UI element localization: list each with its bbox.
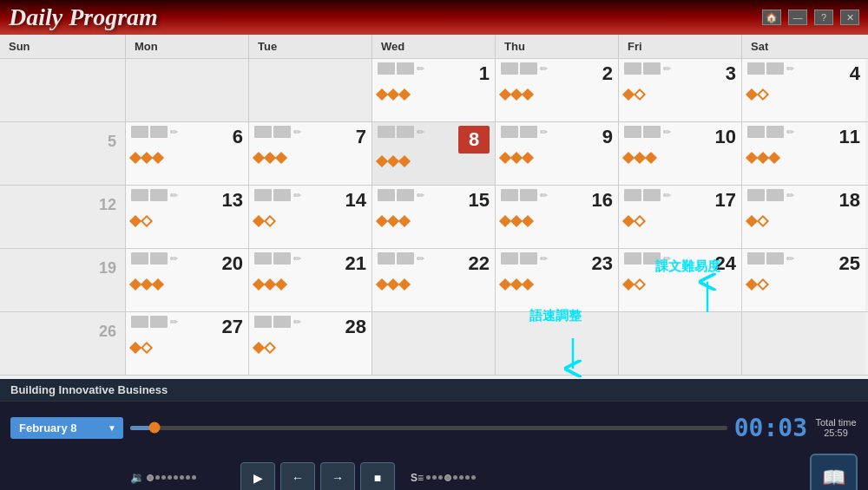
home-button[interactable]: 🏠 [762,10,781,25]
mini-icons-8: ✏ [378,126,424,138]
day-num-13: 13 [222,189,243,212]
mini-icons-10: ✏ [624,126,671,138]
minimize-button[interactable]: — [788,10,807,25]
day-cell-empty-mon1[interactable] [126,59,249,121]
pencil-icon-4: ✏ [786,63,794,75]
diamonds-9 [501,154,613,162]
book-button[interactable]: 📖 [810,454,858,490]
day-cell-8-today[interactable]: ✏ 8 [372,122,496,185]
total-time-value: 25:59 [814,428,858,438]
diamonds-10 [624,154,736,162]
day-cell-9[interactable]: ✏ 9 [496,122,619,185]
progress-area[interactable] [130,426,727,430]
diamonds-11 [747,154,860,162]
day-cell-17[interactable]: ✏ 17 [619,186,742,248]
thumb-6a [131,126,148,138]
mini-icons-11: ✏ [747,126,794,138]
week-num-5: 5 [5,126,120,158]
day-num-7: 7 [356,126,366,148]
day-cell-23[interactable]: ✏ 23 [496,249,619,311]
day-cell-18[interactable]: ✏ 18 [742,186,865,248]
day-cell-11[interactable]: ✏ 11 [742,122,865,185]
day-cell-sun5[interactable]: 26 [0,312,126,375]
day-cell-sun4[interactable]: 19 [0,249,126,311]
day-cell-24[interactable]: ✏ 24 [619,249,742,311]
thumb-icon-1b [397,62,414,75]
pencil-icon-1: ✏ [417,63,424,75]
thumb-icon-3b [643,62,661,75]
day-num-22: 22 [469,252,490,275]
mini-icons-7: ✏ [254,126,301,138]
next-button[interactable]: → [320,462,355,491]
mini-icons-3: ✏ [624,62,671,75]
diamonds-3 [624,90,736,99]
title-bar: Daily Program 🏠 — ? ✕ [0,0,868,35]
pencil-7: ✏ [293,127,301,138]
thumb-icon-2b [520,62,537,75]
day-cell-6[interactable]: ✏ 6 [126,122,249,185]
date-select-wrapper[interactable]: February 8 [10,417,123,439]
day-cell-empty-sun1[interactable] [0,59,126,121]
day-cell-14[interactable]: ✏ 14 [249,186,372,248]
day-cell-20[interactable]: ✏ 20 [126,249,249,311]
day-cell-empty-tue1[interactable] [249,59,372,121]
day-cell-2[interactable]: ✏ 2 [496,59,619,121]
week-num-12: 12 [5,189,120,221]
diamonds-7 [254,154,366,162]
day-headers: Sun Mon Tue Wed Thu Fri Sat [0,35,868,59]
day-num-11: 11 [839,126,860,148]
day-cell-13[interactable]: ✏ 13 [126,186,249,248]
header-thu: Thu [496,35,619,58]
date-dropdown[interactable]: February 8 [10,417,123,439]
transport-row: 🔉 ▶ ← → ■ [0,454,868,490]
total-time-label: Total time [814,417,858,428]
day-num-27: 27 [222,316,243,338]
today-number-8: 8 [458,126,490,154]
diamond-3-2 [634,88,646,101]
day-cell-empty-wed5[interactable] [372,312,496,375]
diamond-4-2 [757,88,769,101]
day-cell-22[interactable]: ✏ 22 [372,249,496,311]
window-controls: 🏠 — ? ✕ [762,10,859,25]
lesson-title-row: Building Innovative Business [0,379,868,402]
thumb-7b [273,126,291,138]
day-cell-empty-fri5[interactable] [619,312,742,375]
thumb-icon-1a [378,62,395,75]
day-cell-empty-sat5[interactable] [742,312,865,375]
mini-icons-6: ✏ [131,126,178,138]
volume-dots[interactable] [147,474,216,481]
stop-button[interactable]: ■ [360,462,395,491]
help-button[interactable]: ? [814,10,833,25]
day-cell-21[interactable]: ✏ 21 [249,249,372,311]
day-cell-sun2[interactable]: 5 [0,122,126,185]
header-tue: Tue [249,35,372,58]
current-time-display: 00:03 [734,414,807,442]
speed-control: S≡ [411,472,496,484]
day-num-2: 2 [602,62,613,85]
close-button[interactable]: ✕ [840,10,859,25]
day-cell-empty-thu5[interactable] [496,312,619,375]
day-cell-16[interactable]: ✏ 16 [496,186,619,248]
day-num-10: 10 [715,126,736,148]
speed-icon: S≡ [411,472,424,484]
progress-handle[interactable] [148,422,160,434]
transport-buttons: ▶ ← → ■ [240,462,395,491]
day-cell-25[interactable]: ✏ 25 [742,249,865,311]
day-cell-7[interactable]: ✏ 7 [249,122,372,185]
thumb-icon-2a [501,62,518,75]
day-cell-27[interactable]: ✏ 27 [126,312,249,375]
day-cell-3[interactable]: ✏ 3 [619,59,742,121]
calendar-container: Sun Mon Tue Wed Thu Fri Sat [0,35,868,408]
day-cell-10[interactable]: ✏ 10 [619,122,742,185]
prev-button[interactable]: ← [280,462,315,491]
day-cell-28[interactable]: ✏ 28 [249,312,372,375]
day-cell-1[interactable]: ✏ 1 [372,59,496,121]
speed-dots[interactable] [426,474,496,481]
diamonds-4 [747,90,860,99]
week-row-2: 5 ✏ 6 [0,122,868,186]
day-cell-15[interactable]: ✏ 15 [372,186,496,248]
day-cell-4[interactable]: ✏ 4 [742,59,865,121]
day-cell-sun3[interactable]: 12 [0,186,126,248]
play-button[interactable]: ▶ [240,462,275,491]
mini-icons-9: ✏ [501,126,548,138]
